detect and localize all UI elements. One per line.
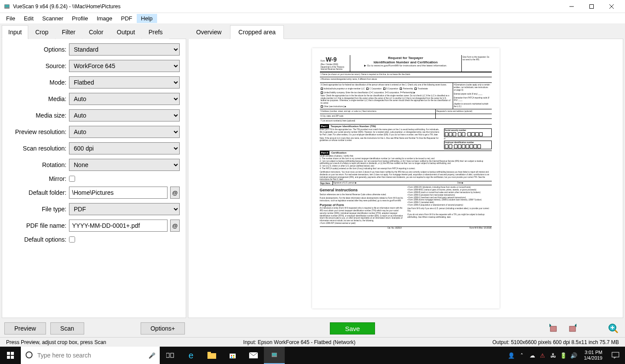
tray-security-icon[interactable]: ⚠ (539, 351, 546, 359)
action-center-button[interactable] (606, 347, 625, 364)
search-input[interactable] (37, 352, 144, 359)
preview-res-select[interactable]: Auto (69, 126, 180, 138)
tray-up-icon[interactable]: ˄ (518, 351, 526, 359)
tray-network-icon[interactable]: 🖧 (549, 351, 557, 359)
taskbar-vuescan-icon[interactable] (264, 347, 285, 364)
right-panel: Overview Cropped area Form W-9 (Rev. Oct… (188, 25, 623, 318)
pdf-file-name-browse-button[interactable]: @ (170, 220, 180, 232)
menu-scanner[interactable]: Scanner (38, 14, 67, 23)
mic-icon[interactable]: 🎤 (148, 352, 155, 359)
svg-rect-29 (612, 352, 619, 357)
menu-file[interactable]: File (2, 14, 20, 23)
tab-cropped-area[interactable]: Cropped area (230, 25, 284, 39)
menu-image[interactable]: Image (92, 14, 117, 23)
taskbar-store-icon[interactable] (222, 347, 243, 364)
tab-output[interactable]: Output (110, 25, 141, 39)
rotation-select[interactable]: None (69, 159, 180, 171)
scan-res-label: Scan resolution: (6, 145, 66, 152)
options-plus-button[interactable]: Options+ (141, 322, 185, 334)
svg-rect-19 (207, 353, 216, 359)
start-button[interactable] (0, 347, 21, 364)
tab-filter[interactable]: Filter (56, 25, 82, 39)
save-button[interactable]: Save (330, 322, 375, 334)
media-size-label: Media size: (6, 112, 66, 119)
options-label: Options: (6, 46, 66, 53)
svg-rect-14 (7, 356, 10, 359)
file-type-select[interactable]: PDF (69, 203, 180, 215)
tab-crop[interactable]: Crop (29, 25, 55, 39)
tray-onedrive-icon[interactable]: ☁ (528, 351, 536, 359)
svg-rect-28 (272, 353, 276, 356)
menu-edit[interactable]: Edit (20, 14, 38, 23)
source-select[interactable]: WorkForce 645 (69, 60, 180, 72)
default-folder-browse-button[interactable]: @ (170, 187, 180, 199)
task-view-button[interactable] (160, 347, 181, 364)
taskbar-clock[interactable]: 3:01 PM 1/4/2019 (580, 350, 606, 361)
close-button[interactable] (602, 0, 622, 13)
preview-button[interactable]: Preview (4, 322, 46, 334)
status-bar: Press Preview, adjust crop box, press Sc… (0, 337, 625, 347)
tab-input[interactable]: Input (2, 25, 28, 39)
preview-area[interactable]: Form W-9 (Rev. October 2018) Department … (188, 39, 623, 318)
tab-prefs[interactable]: Prefs (142, 25, 169, 39)
scanned-document: Form W-9 (Rev. October 2018) Department … (312, 48, 500, 308)
taskbar-mail-icon[interactable] (243, 347, 264, 364)
tray-battery-icon[interactable]: 🔋 (559, 351, 567, 359)
svg-rect-1 (5, 5, 9, 7)
svg-point-16 (26, 352, 32, 358)
left-panel: Input Crop Filter Color Output Prefs Opt… (2, 25, 186, 318)
taskbar-edge-icon[interactable]: e (181, 347, 201, 364)
rotate-right-button[interactable] (565, 321, 580, 336)
file-type-label: File type: (6, 206, 66, 213)
scan-button[interactable]: Scan (50, 322, 84, 334)
media-label: Media: (6, 95, 66, 102)
rotation-label: Rotation: (6, 161, 66, 168)
menu-pdf[interactable]: PDF (117, 14, 137, 23)
status-center: Input: Epson WorkForce 645 - Flatbed (Ne… (110, 339, 489, 345)
taskbar-search[interactable]: 🎤 (21, 347, 160, 364)
svg-rect-15 (11, 356, 14, 359)
media-select[interactable]: Auto (69, 93, 180, 105)
mode-label: Mode: (6, 79, 66, 86)
svg-rect-23 (233, 355, 234, 356)
svg-rect-18 (171, 353, 174, 357)
svg-rect-21 (230, 354, 236, 358)
app-icon (3, 3, 10, 10)
media-size-select[interactable]: Auto (69, 109, 180, 121)
svg-line-9 (615, 330, 618, 333)
minimize-button[interactable] (562, 0, 582, 13)
taskbar-explorer-icon[interactable] (201, 347, 222, 364)
left-tabs: Input Crop Filter Color Output Prefs (2, 25, 186, 39)
pdf-file-name-input[interactable] (69, 220, 168, 232)
default-folder-input[interactable] (69, 187, 168, 199)
preview-res-label: Preview resolution: (6, 128, 66, 135)
svg-rect-12 (7, 352, 10, 355)
svg-rect-17 (166, 353, 169, 357)
menu-bar: File Edit Scanner Profile Image PDF Help (0, 13, 625, 23)
default-options-checkbox[interactable] (69, 236, 75, 243)
status-right: Output: 5100x6600 pixels 600 dpi 8.5x11 … (489, 339, 622, 345)
window-title: VueScan 9 x64 (9.6.24) - \\Mac\Home\Pict… (13, 3, 562, 10)
svg-rect-7 (569, 326, 576, 331)
svg-rect-6 (550, 326, 556, 331)
svg-rect-22 (231, 355, 232, 356)
source-label: Source: (6, 62, 66, 69)
window-titlebar: VueScan 9 x64 (9.6.24) - \\Mac\Home\Pict… (0, 0, 625, 13)
menu-profile[interactable]: Profile (68, 14, 92, 23)
tab-overview[interactable]: Overview (188, 25, 230, 39)
maximize-button[interactable] (582, 0, 602, 13)
tray-people-icon[interactable]: 👤 (507, 351, 515, 359)
tab-color[interactable]: Color (82, 25, 110, 39)
pdf-file-name-label: PDF file name: (6, 222, 66, 229)
zoom-button[interactable] (606, 321, 621, 336)
rotate-left-button[interactable] (546, 321, 561, 336)
mirror-checkbox[interactable] (69, 176, 75, 182)
menu-help[interactable]: Help (137, 14, 157, 23)
svg-rect-24 (231, 357, 232, 358)
mode-select[interactable]: Flatbed (69, 76, 180, 89)
tray-volume-icon[interactable]: 🔊 (570, 351, 578, 359)
windows-taskbar: 🎤 e 👤 ˄ ☁ ⚠ 🖧 🔋 🔊 3:01 PM 1/4/2019 (0, 347, 625, 364)
options-select[interactable]: Standard (69, 43, 180, 56)
scan-res-select[interactable]: 600 dpi (69, 142, 180, 154)
svg-rect-25 (233, 357, 234, 358)
